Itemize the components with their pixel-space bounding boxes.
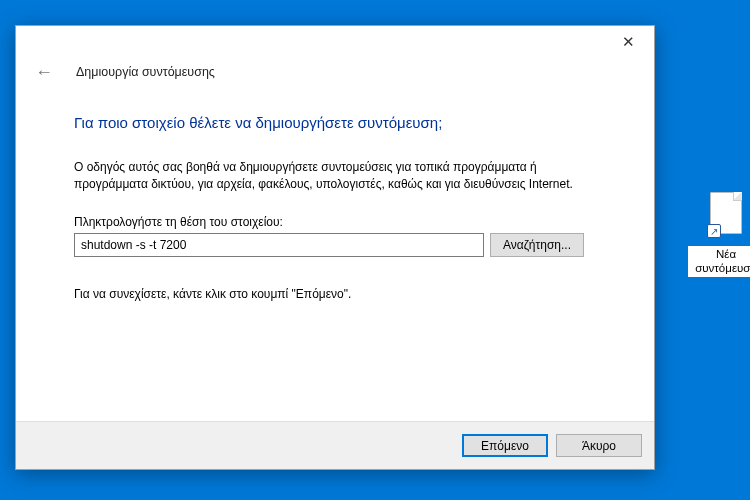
dialog-description: Ο οδηγός αυτός σας βοηθά να δημιουργήσετ… <box>74 159 594 193</box>
dialog-footer: Επόμενο Άκυρο <box>16 421 654 469</box>
location-row: Αναζήτηση... <box>74 233 612 257</box>
create-shortcut-dialog: ✕ ← Δημιουργία συντόμευσης Για ποιο στοι… <box>15 25 655 470</box>
back-icon: ← <box>30 58 58 86</box>
dialog-content: Για ποιο στοιχείο θέλετε να δημιουργήσετ… <box>16 86 654 421</box>
desktop-shortcut[interactable]: ↗ Νέα συντόμευση <box>688 192 750 277</box>
shortcut-label: Νέα συντόμευση <box>688 246 750 277</box>
shortcut-icon: ↗ <box>705 192 747 244</box>
location-label: Πληκτρολογήστε τη θέση του στοιχείου: <box>74 215 612 229</box>
header-row: ← Δημιουργία συντόμευσης <box>16 56 654 86</box>
next-button[interactable]: Επόμενο <box>462 434 548 457</box>
cancel-button[interactable]: Άκυρο <box>556 434 642 457</box>
dialog-heading: Για ποιο στοιχείο θέλετε να δημιουργήσετ… <box>74 114 612 131</box>
continue-text: Για να συνεχίσετε, κάντε κλικ στο κουμπί… <box>74 287 612 301</box>
titlebar: ✕ <box>16 26 654 58</box>
close-icon[interactable]: ✕ <box>610 28 646 56</box>
browse-button[interactable]: Αναζήτηση... <box>490 233 584 257</box>
location-input[interactable] <box>74 233 484 257</box>
dialog-title: Δημιουργία συντόμευσης <box>76 65 215 79</box>
